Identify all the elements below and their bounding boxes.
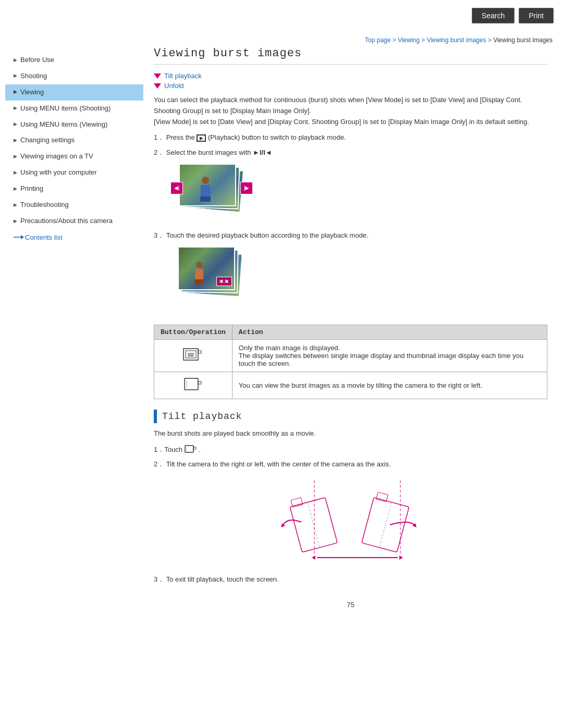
svg-line-18	[379, 502, 391, 548]
sidebar-label: Using with your computer	[20, 168, 97, 177]
step-num: 1．Touch	[154, 446, 185, 453]
svg-rect-17	[376, 492, 388, 502]
sidebar-label: Before Use	[20, 56, 54, 65]
sidebar-item-menu-shooting[interactable]: ▶ Using MENU items (Shooting)	[5, 101, 143, 117]
sidebar-label: Using MENU items (Shooting)	[20, 104, 111, 113]
tilt-touch-icon	[185, 445, 197, 455]
tilt-desc-text: The burst shots are played back smoothly…	[154, 429, 316, 437]
chevron-icon: ▶	[14, 121, 17, 128]
tilt-step-2: 2． Tilt the camera to the right or left,…	[154, 459, 547, 470]
svg-rect-9	[185, 446, 193, 452]
svg-marker-24	[399, 556, 403, 560]
tilt-diagram-container	[154, 480, 547, 564]
unfold-anchor[interactable]: Unfold	[154, 82, 547, 90]
tilt-playback-anchor[interactable]: Tilt playback	[154, 72, 547, 80]
action-text-2: You can view the burst images as a movie…	[239, 381, 482, 389]
sidebar-item-printing[interactable]: ▶ Printing	[5, 181, 143, 197]
tilt-icon	[182, 376, 203, 392]
svg-rect-4	[188, 353, 194, 357]
chevron-icon: ▶	[14, 170, 17, 176]
step-num: 2．	[154, 460, 164, 468]
tilt-description: The burst shots are played back smoothly…	[154, 428, 547, 439]
tilt-step-3-text: To exit tilt playback, touch the screen.	[166, 575, 279, 583]
sidebar-item-menu-viewing[interactable]: ▶ Using MENU items (Viewing)	[5, 117, 143, 133]
table-row-2: You can view the burst images as a movie…	[154, 372, 547, 399]
button-operation-table: Button/Operation Action Onl	[154, 325, 547, 399]
figure-head	[202, 177, 209, 184]
tilt-step-2-text: Tilt the camera to the right or left, wi…	[166, 460, 391, 468]
step-text: Select the burst images with	[166, 149, 253, 156]
breadcrumb: Top page > Viewing > Viewing burst image…	[0, 31, 563, 47]
sidebar-item-changing-settings[interactable]: ▶ Changing settings	[5, 132, 143, 149]
description-block: You can select the playback method for c…	[154, 95, 547, 127]
chevron-icon: ▶	[14, 154, 17, 160]
chevron-icon: ▶	[14, 138, 17, 144]
chevron-icon-active: ▶	[14, 89, 17, 95]
page-title: Viewing burst images	[154, 47, 547, 65]
action-text-1: Only the main image is displayed.The dis…	[239, 344, 523, 367]
sidebar-label: Viewing	[20, 88, 44, 97]
burst-image-1: ◀| |▶	[169, 164, 268, 225]
step-text: Touch the desired playback button accord…	[166, 231, 369, 239]
burst-image-2: ▣ ▣	[169, 246, 268, 314]
figure-legs	[200, 196, 211, 202]
nav-right-button[interactable]: |▶	[240, 182, 253, 194]
header-buttons: Search Print	[472, 8, 554, 23]
table-header-button: Button/Operation	[154, 325, 232, 339]
sidebar-label: Viewing images on a TV	[20, 152, 93, 161]
tilt-link-label: Tilt playback	[164, 72, 202, 80]
contents-list-link[interactable]: Contents list	[5, 229, 143, 245]
tilt-step-1: 1．Touch .	[154, 445, 547, 455]
svg-rect-7	[198, 381, 201, 384]
chevron-icon: ▶	[14, 57, 17, 64]
sidebar-label: Shooting	[20, 72, 47, 81]
contents-list-label: Contents list	[25, 233, 63, 241]
table-icon-cell-1	[154, 339, 232, 372]
nav-left-button[interactable]: ◀|	[170, 182, 183, 194]
print-button[interactable]: Print	[519, 8, 554, 23]
sidebar-item-before-use[interactable]: ▶ Before Use	[5, 52, 143, 68]
chevron-icon: ▶	[14, 218, 17, 225]
step-period: .	[199, 446, 201, 453]
photo-stack-front	[179, 164, 236, 206]
breadcrumb-current: Viewing burst images	[493, 36, 553, 44]
sidebar-item-precautions[interactable]: ▶ Precautions/About this camera	[5, 213, 143, 229]
sidebar-item-viewing-tv[interactable]: ▶ Viewing images on a TV	[5, 149, 143, 165]
page-number: 75	[154, 601, 547, 609]
description-text: You can select the playback method for c…	[154, 95, 547, 117]
step-2: 2． Select the burst images with ►I/I◄	[154, 147, 547, 158]
step-num: 3．	[154, 575, 164, 583]
breadcrumb-viewing[interactable]: Viewing	[398, 36, 420, 44]
header: Cyber-shot User Guide Search Print	[0, 0, 563, 31]
sidebar-item-troubleshooting[interactable]: ▶ Troubleshooting	[5, 197, 143, 213]
sidebar-label: Using MENU items (Viewing)	[20, 120, 107, 129]
svg-rect-13	[290, 498, 302, 508]
app-title: Cyber-shot User Guide	[9, 9, 176, 22]
step-num: 2．	[154, 149, 164, 156]
svg-marker-20	[281, 523, 285, 527]
svg-rect-5	[198, 351, 201, 353]
chevron-icon: ▶	[14, 186, 17, 192]
svg-line-14	[308, 502, 320, 548]
figure-body-2	[195, 269, 203, 279]
sidebar-label: Printing	[20, 184, 43, 193]
sidebar-item-using-computer[interactable]: ▶ Using with your computer	[5, 165, 143, 181]
table-row-1: Only the main image is displayed.The dis…	[154, 339, 547, 372]
step-num: 3．	[154, 231, 164, 239]
sidebar-item-shooting[interactable]: ▶ Shooting	[5, 68, 143, 84]
table-icon-cell-2	[154, 372, 232, 399]
photo-front-2: ▣ ▣	[178, 246, 235, 290]
unfold-link-label: Unfold	[164, 82, 184, 90]
sidebar-label: Precautions/About this camera	[20, 217, 113, 226]
search-button[interactable]: Search	[472, 8, 515, 23]
overlay-btn-1[interactable]: ▣ ▣	[216, 277, 232, 286]
blue-bar-icon	[154, 410, 157, 423]
sidebar-item-viewing[interactable]: ▶ Viewing	[5, 84, 143, 101]
table-action-cell-2: You can view the burst images as a movie…	[232, 372, 547, 399]
triangle-down-icon	[154, 73, 161, 79]
breadcrumb-top[interactable]: Top page	[365, 36, 390, 44]
figure-2	[192, 262, 206, 285]
arrow-right-icon	[14, 234, 25, 240]
breadcrumb-burst[interactable]: Viewing burst images	[427, 36, 486, 44]
description-text-2: [View Mode] is set to [Date View] and [D…	[154, 117, 547, 128]
